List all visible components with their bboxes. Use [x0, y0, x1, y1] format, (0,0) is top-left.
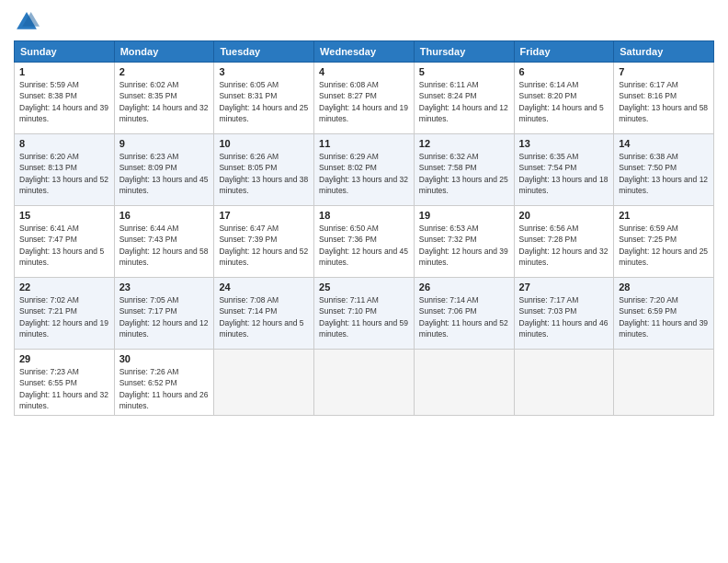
day-info: Sunrise: 6:35 AMSunset: 7:54 PMDaylight:…: [519, 151, 609, 196]
day-number: 14: [619, 138, 709, 149]
day-number: 12: [419, 138, 509, 149]
col-header-sunday: Sunday: [15, 41, 115, 63]
calendar-cell: 6Sunrise: 6:14 AMSunset: 8:20 PMDaylight…: [514, 63, 614, 134]
day-info: Sunrise: 7:23 AMSunset: 6:55 PMDaylight:…: [19, 366, 109, 411]
day-number: 2: [119, 66, 210, 77]
calendar-cell: 17Sunrise: 6:47 AMSunset: 7:39 PMDayligh…: [214, 206, 314, 278]
day-info: Sunrise: 6:14 AMSunset: 8:20 PMDaylight:…: [519, 79, 609, 124]
calendar-cell: 20Sunrise: 6:56 AMSunset: 7:28 PMDayligh…: [514, 206, 614, 278]
day-info: Sunrise: 6:26 AMSunset: 8:05 PMDaylight:…: [219, 151, 309, 196]
day-number: 22: [19, 282, 109, 293]
day-number: 8: [19, 138, 109, 149]
calendar-cell: 3Sunrise: 6:05 AMSunset: 8:31 PMDaylight…: [214, 63, 314, 134]
day-info: Sunrise: 7:17 AMSunset: 7:03 PMDaylight:…: [519, 294, 609, 339]
calendar-cell: 21Sunrise: 6:59 AMSunset: 7:25 PMDayligh…: [614, 206, 714, 278]
page: SundayMondayTuesdayWednesdayThursdayFrid…: [0, 0, 728, 563]
calendar-week-row: 22Sunrise: 7:02 AMSunset: 7:21 PMDayligh…: [15, 278, 714, 350]
logo: [14, 9, 43, 35]
day-number: 9: [119, 138, 210, 149]
day-number: 1: [19, 66, 109, 77]
day-number: 20: [519, 210, 609, 221]
day-number: 28: [619, 282, 709, 293]
calendar-cell: 19Sunrise: 6:53 AMSunset: 7:32 PMDayligh…: [414, 206, 514, 278]
day-info: Sunrise: 6:23 AMSunset: 8:09 PMDaylight:…: [119, 151, 210, 196]
calendar-cell: 27Sunrise: 7:17 AMSunset: 7:03 PMDayligh…: [514, 278, 614, 350]
calendar-cell: 8Sunrise: 6:20 AMSunset: 8:13 PMDaylight…: [15, 134, 115, 206]
calendar-cell: 5Sunrise: 6:11 AMSunset: 8:24 PMDaylight…: [414, 63, 514, 134]
day-info: Sunrise: 6:50 AMSunset: 7:36 PMDaylight:…: [319, 223, 409, 268]
calendar-cell: [514, 350, 614, 416]
day-number: 6: [519, 66, 609, 77]
calendar-cell: 16Sunrise: 6:44 AMSunset: 7:43 PMDayligh…: [114, 206, 214, 278]
calendar-cell: 28Sunrise: 7:20 AMSunset: 6:59 PMDayligh…: [614, 278, 714, 350]
calendar-cell: 22Sunrise: 7:02 AMSunset: 7:21 PMDayligh…: [15, 278, 115, 350]
calendar-cell: 11Sunrise: 6:29 AMSunset: 8:02 PMDayligh…: [314, 134, 415, 206]
calendar-header-row: SundayMondayTuesdayWednesdayThursdayFrid…: [15, 41, 714, 63]
day-info: Sunrise: 7:05 AMSunset: 7:17 PMDaylight:…: [119, 294, 210, 339]
header: [14, 9, 714, 35]
day-number: 11: [319, 138, 409, 149]
day-number: 24: [219, 282, 309, 293]
day-info: Sunrise: 5:59 AMSunset: 8:38 PMDaylight:…: [19, 79, 109, 124]
day-number: 30: [119, 353, 210, 364]
day-info: Sunrise: 7:02 AMSunset: 7:21 PMDaylight:…: [19, 294, 109, 339]
logo-icon: [14, 9, 40, 35]
day-number: 21: [619, 210, 709, 221]
day-number: 18: [319, 210, 409, 221]
day-number: 19: [419, 210, 509, 221]
calendar-cell: 23Sunrise: 7:05 AMSunset: 7:17 PMDayligh…: [114, 278, 214, 350]
col-header-friday: Friday: [514, 41, 614, 63]
day-number: 13: [519, 138, 609, 149]
day-info: Sunrise: 6:32 AMSunset: 7:58 PMDaylight:…: [419, 151, 509, 196]
calendar-week-row: 8Sunrise: 6:20 AMSunset: 8:13 PMDaylight…: [15, 134, 714, 206]
day-number: 4: [319, 66, 409, 77]
calendar-week-row: 29Sunrise: 7:23 AMSunset: 6:55 PMDayligh…: [15, 350, 714, 416]
day-info: Sunrise: 6:38 AMSunset: 7:50 PMDaylight:…: [619, 151, 709, 196]
calendar-cell: 29Sunrise: 7:23 AMSunset: 6:55 PMDayligh…: [15, 350, 115, 416]
calendar-cell: 2Sunrise: 6:02 AMSunset: 8:35 PMDaylight…: [114, 63, 214, 134]
day-number: 5: [419, 66, 509, 77]
calendar-cell: 4Sunrise: 6:08 AMSunset: 8:27 PMDaylight…: [314, 63, 415, 134]
calendar-cell: 9Sunrise: 6:23 AMSunset: 8:09 PMDaylight…: [114, 134, 214, 206]
day-info: Sunrise: 6:59 AMSunset: 7:25 PMDaylight:…: [619, 223, 709, 268]
day-info: Sunrise: 6:41 AMSunset: 7:47 PMDaylight:…: [19, 223, 109, 268]
day-number: 23: [119, 282, 210, 293]
day-info: Sunrise: 6:02 AMSunset: 8:35 PMDaylight:…: [119, 79, 210, 124]
calendar-week-row: 15Sunrise: 6:41 AMSunset: 7:47 PMDayligh…: [15, 206, 714, 278]
calendar-cell: 13Sunrise: 6:35 AMSunset: 7:54 PMDayligh…: [514, 134, 614, 206]
day-info: Sunrise: 6:56 AMSunset: 7:28 PMDaylight:…: [519, 223, 609, 268]
day-number: 26: [419, 282, 509, 293]
day-info: Sunrise: 6:29 AMSunset: 8:02 PMDaylight:…: [319, 151, 409, 196]
day-info: Sunrise: 7:11 AMSunset: 7:10 PMDaylight:…: [319, 294, 409, 339]
day-info: Sunrise: 6:53 AMSunset: 7:32 PMDaylight:…: [419, 223, 509, 268]
calendar-cell: 26Sunrise: 7:14 AMSunset: 7:06 PMDayligh…: [414, 278, 514, 350]
calendar-cell: [314, 350, 415, 416]
calendar-cell: 14Sunrise: 6:38 AMSunset: 7:50 PMDayligh…: [614, 134, 714, 206]
day-number: 15: [19, 210, 109, 221]
col-header-saturday: Saturday: [614, 41, 714, 63]
day-info: Sunrise: 6:47 AMSunset: 7:39 PMDaylight:…: [219, 223, 309, 268]
calendar-cell: 12Sunrise: 6:32 AMSunset: 7:58 PMDayligh…: [414, 134, 514, 206]
day-number: 27: [519, 282, 609, 293]
day-number: 3: [219, 66, 309, 77]
day-info: Sunrise: 6:20 AMSunset: 8:13 PMDaylight:…: [19, 151, 109, 196]
day-number: 17: [219, 210, 309, 221]
day-info: Sunrise: 6:11 AMSunset: 8:24 PMDaylight:…: [419, 79, 509, 124]
day-info: Sunrise: 6:17 AMSunset: 8:16 PMDaylight:…: [619, 79, 709, 124]
col-header-tuesday: Tuesday: [214, 41, 314, 63]
calendar-cell: 15Sunrise: 6:41 AMSunset: 7:47 PMDayligh…: [15, 206, 115, 278]
day-number: 25: [319, 282, 409, 293]
col-header-monday: Monday: [114, 41, 214, 63]
calendar-cell: 1Sunrise: 5:59 AMSunset: 8:38 PMDaylight…: [15, 63, 115, 134]
day-info: Sunrise: 7:08 AMSunset: 7:14 PMDaylight:…: [219, 294, 309, 339]
calendar-cell: [214, 350, 314, 416]
calendar-cell: 24Sunrise: 7:08 AMSunset: 7:14 PMDayligh…: [214, 278, 314, 350]
calendar-cell: 30Sunrise: 7:26 AMSunset: 6:52 PMDayligh…: [114, 350, 214, 416]
day-info: Sunrise: 6:44 AMSunset: 7:43 PMDaylight:…: [119, 223, 210, 268]
day-info: Sunrise: 7:20 AMSunset: 6:59 PMDaylight:…: [619, 294, 709, 339]
day-info: Sunrise: 6:05 AMSunset: 8:31 PMDaylight:…: [219, 79, 309, 124]
calendar-cell: 18Sunrise: 6:50 AMSunset: 7:36 PMDayligh…: [314, 206, 415, 278]
day-info: Sunrise: 7:14 AMSunset: 7:06 PMDaylight:…: [419, 294, 509, 339]
day-number: 10: [219, 138, 309, 149]
calendar-cell: 25Sunrise: 7:11 AMSunset: 7:10 PMDayligh…: [314, 278, 415, 350]
